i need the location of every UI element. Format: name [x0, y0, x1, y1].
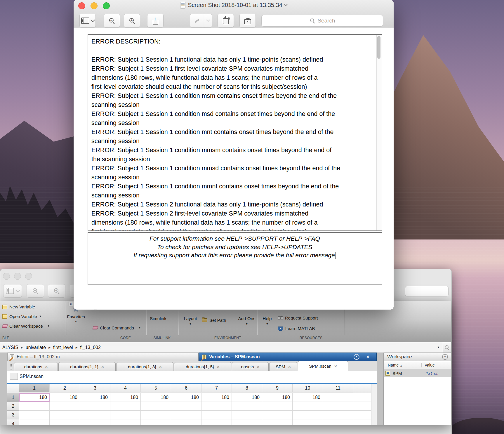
grid-scrollbar[interactable]	[371, 384, 377, 425]
grid-cell[interactable]: 180	[171, 393, 201, 402]
grid-row-header[interactable]: 1	[7, 393, 19, 402]
matlab-window[interactable]: New Variable Open Variable ▼ Clear Works…	[0, 301, 451, 425]
scrollbar-thumb[interactable]	[377, 36, 380, 59]
tab-close-icon[interactable]: ×	[101, 364, 104, 369]
preview-window[interactable]: Screen Shot 2018-10-01 at 13.35.34 − +	[74, 0, 394, 310]
breadcrumb-item[interactable]: ALYSIS	[2, 345, 18, 350]
grid-cell[interactable]	[171, 402, 201, 411]
grid-col-header[interactable]: 4	[110, 384, 141, 393]
grid-cell[interactable]	[141, 411, 171, 419]
zoom-in-button[interactable]: +	[124, 14, 140, 27]
grid-cell[interactable]: 180	[293, 393, 323, 402]
path-dropdown-icon[interactable]: ▼	[437, 346, 440, 349]
breadcrumb-item[interactable]: fl_13_002	[80, 345, 101, 350]
panel-menu-icon[interactable]	[442, 354, 448, 360]
tab-close-icon[interactable]: ×	[217, 364, 220, 369]
variables-panel-titlebar[interactable]: Variables – SPM.nscan ×	[199, 353, 377, 361]
grid-cell[interactable]	[171, 419, 201, 425]
grid-cell[interactable]: 180	[110, 393, 141, 402]
tab-durations-1-5[interactable]: durations{1, 5}×	[174, 362, 231, 371]
request-support-button[interactable]: Request Support	[278, 315, 318, 320]
grid-cell[interactable]: 180	[262, 393, 293, 402]
search-field[interactable]: Search	[261, 15, 383, 27]
grid-col-header[interactable]: 6	[171, 384, 201, 393]
set-path-button[interactable]: Set Path	[202, 318, 226, 323]
search-folder-button[interactable]	[443, 342, 451, 353]
clear-workspace-button[interactable]: Clear Workspace ▼	[2, 324, 50, 329]
rotate-button[interactable]	[218, 14, 234, 27]
zoom-in-button[interactable]: +	[48, 284, 65, 298]
zoom-button[interactable]	[25, 273, 32, 280]
tab-close-icon[interactable]: ×	[257, 364, 260, 369]
zoom-out-button[interactable]: −	[27, 284, 44, 298]
workspace-name-header[interactable]: Name ▲	[384, 363, 421, 367]
workspace-row[interactable]: SPM 1x1 str	[384, 369, 451, 377]
editor-panel-titlebar[interactable]: Editor – fl_13_002.m	[7, 353, 199, 361]
tab-drag-handle[interactable]	[10, 364, 12, 370]
tab-durations-1-1[interactable]: durations{1, 1}×	[58, 362, 116, 371]
workspace-value-header[interactable]: Value	[421, 363, 451, 367]
markup-button[interactable]	[190, 14, 204, 27]
grid-col-header[interactable]: 5	[141, 384, 171, 393]
workspace-panel-titlebar[interactable]: Workspace	[383, 353, 451, 361]
grid-cell[interactable]: 180	[232, 393, 262, 402]
grid-cell[interactable]	[232, 419, 262, 425]
close-button[interactable]	[3, 273, 10, 280]
grid-cell[interactable]	[323, 402, 353, 411]
grid-cell[interactable]	[50, 419, 80, 425]
grid-cell[interactable]	[323, 393, 353, 402]
grid-cell[interactable]	[323, 411, 353, 419]
tab-close-icon[interactable]: ×	[334, 364, 337, 369]
new-variable-button[interactable]: New Variable	[2, 304, 35, 309]
grid-cell[interactable]	[232, 411, 262, 419]
open-variable-button[interactable]: Open Variable ▼	[2, 314, 42, 319]
add-ons-button[interactable]: Add-Ons ▼	[235, 316, 258, 325]
grid-cell[interactable]	[80, 411, 110, 419]
minimize-button[interactable]	[14, 273, 21, 280]
grid-cell[interactable]	[232, 402, 262, 411]
grid-row-header[interactable]: 4	[7, 419, 19, 425]
zoom-out-button[interactable]: −	[104, 14, 120, 27]
grid-cell[interactable]	[293, 411, 323, 419]
layout-button[interactable]: Layout ▼	[180, 316, 201, 325]
grid-col-header[interactable]: 10	[293, 384, 323, 393]
close-panel-icon[interactable]: ×	[366, 354, 369, 360]
search-field[interactable]	[405, 286, 449, 296]
tab-durations[interactable]: durations×	[14, 362, 58, 371]
grid-cell[interactable]	[201, 402, 232, 411]
simulink-button[interactable]: Simulink	[150, 316, 166, 321]
scrollbar[interactable]	[376, 35, 382, 230]
grid-col-header[interactable]: 8	[232, 384, 262, 393]
grid-cell[interactable]	[141, 402, 171, 411]
grid-cell[interactable]: 180	[50, 393, 80, 402]
grid-col-header[interactable]: 1	[19, 384, 50, 393]
grid-col-header[interactable]: 11	[323, 384, 353, 393]
grid-cell[interactable]	[262, 419, 293, 425]
grid-row-header[interactable]: 3	[7, 411, 19, 419]
grid-cell[interactable]	[80, 419, 110, 425]
grid-col-header[interactable]: 7	[201, 384, 232, 393]
grid-cell[interactable]: 180	[201, 393, 232, 402]
grid-cell[interactable]	[50, 411, 80, 419]
grid-cell[interactable]	[80, 402, 110, 411]
share-button[interactable]	[147, 14, 164, 27]
grid-cell[interactable]	[171, 411, 201, 419]
learn-matlab-button[interactable]: Learn MATLAB	[278, 326, 315, 331]
grid-cell[interactable]	[19, 411, 50, 419]
grid-cell[interactable]	[262, 411, 293, 419]
grid-cell[interactable]	[201, 411, 232, 419]
preview-titlebar[interactable]: Screen Shot 2018-10-01 at 13.35.34 − +	[74, 0, 394, 28]
grid-cell[interactable]	[262, 402, 293, 411]
breadcrumb-item[interactable]: first_level	[53, 345, 73, 350]
tab-spm[interactable]: SPM×	[269, 362, 297, 371]
grid-row-header[interactable]: 2	[7, 402, 19, 411]
grid-col-header[interactable]: 2	[50, 384, 80, 393]
sidebar-toggle-button[interactable]	[3, 284, 22, 298]
clear-commands-button[interactable]: Clear Commands ▼	[93, 325, 141, 330]
tab-onsets[interactable]: onsets×	[232, 362, 269, 371]
tab-durations-1-3[interactable]: durations{1, 3}×	[116, 362, 173, 371]
grid-cell[interactable]: 180	[141, 393, 171, 402]
grid-cell[interactable]	[293, 419, 323, 425]
tab-close-icon[interactable]: ×	[288, 364, 291, 369]
grid-cell[interactable]	[110, 411, 141, 419]
